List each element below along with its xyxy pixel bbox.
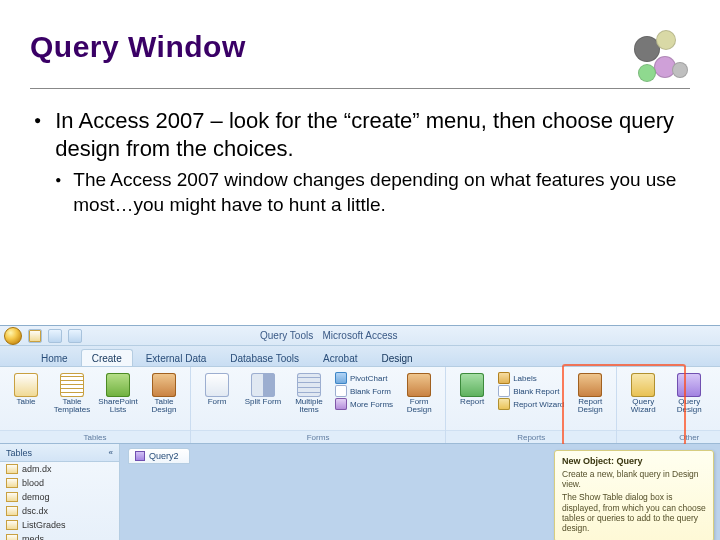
table-icon [6,534,18,540]
tooltip-line-2: The Show Table dialog box is displayed, … [562,492,706,533]
nav-item[interactable]: meds [0,532,119,540]
group-reports: Report Labels Blank Report Report Wizard… [446,367,617,443]
tab-design[interactable]: Design [371,349,424,366]
nav-item[interactable]: ListGrades [0,518,119,532]
quick-access-toolbar: Query Tools Microsoft Access [0,326,720,346]
nav-item[interactable]: adm.dx [0,462,119,476]
nav-item[interactable]: dsc.dx [0,504,119,518]
tooltip-title: New Object: Query [562,456,706,466]
decorative-dots [600,30,690,86]
nav-pane-header[interactable]: Tables « [0,444,119,462]
sub-bullet-1-text: The Access 2007 window changes depending… [73,168,690,217]
tooltip-line-1: Create a new, blank query in Design view… [562,469,706,489]
access-screenshot: Query Tools Microsoft Access Home Create… [0,325,720,540]
document-tab[interactable]: Query2 [128,448,190,464]
table-icon [6,520,18,530]
query-wizard-button[interactable]: Query Wizard [623,371,663,415]
blank-form-button[interactable]: Blank Form [335,385,393,397]
title-row: Query Window [30,30,690,89]
labels-button[interactable]: Labels [498,372,564,384]
ribbon-tabs: Home Create External Data Database Tools… [0,346,720,366]
qat-redo-icon[interactable] [68,329,82,343]
report-design-button[interactable]: Report Design [570,371,610,415]
body-list: In Access 2007 – look for the “create” m… [30,107,690,217]
tooltip: New Object: Query Create a new, blank qu… [554,450,714,540]
multiple-items-button[interactable]: Multiple Items [289,371,329,415]
tab-home[interactable]: Home [30,349,79,366]
office-button-icon[interactable] [4,327,22,345]
split-form-button[interactable]: Split Form [243,371,283,406]
tab-create[interactable]: Create [81,349,133,366]
slide-title: Query Window [30,30,590,64]
sharepoint-lists-button[interactable]: SharePoint Lists [98,371,138,415]
bullet-1-text: In Access 2007 – look for the “create” m… [55,108,674,161]
report-button[interactable]: Report [452,371,492,406]
pivotchart-button[interactable]: PivotChart [335,372,393,384]
qat-undo-icon[interactable] [48,329,62,343]
chevron-down-icon: « [109,448,113,457]
table-templates-button[interactable]: Table Templates [52,371,92,415]
contextual-tab-label: Query Tools [260,330,313,341]
report-wizard-button[interactable]: Report Wizard [498,398,564,410]
navigation-pane: Tables « adm.dx blood demog dsc.dx ListG… [0,444,120,540]
table-icon [6,464,18,474]
table-icon [6,478,18,488]
ribbon: Table Table Templates SharePoint Lists T… [0,366,720,444]
tab-acrobat[interactable]: Acrobat [312,349,368,366]
query-design-button[interactable]: Query Design [669,371,709,415]
table-design-button[interactable]: Table Design [144,371,184,415]
nav-item[interactable]: demog [0,490,119,504]
nav-item[interactable]: blood [0,476,119,490]
group-tables: Table Table Templates SharePoint Lists T… [0,367,191,443]
table-icon [6,506,18,516]
blank-report-button[interactable]: Blank Report [498,385,564,397]
qat-save-icon[interactable] [28,329,42,343]
form-button[interactable]: Form [197,371,237,406]
group-other: Query Wizard Query Design Macro Other [617,367,720,443]
table-icon [6,492,18,502]
tab-database-tools[interactable]: Database Tools [219,349,310,366]
table-button[interactable]: Table [6,371,46,406]
nav-list: adm.dx blood demog dsc.dx ListGrades med… [0,462,119,540]
slide: Query Window In Access 2007 – look for t… [0,0,720,540]
macro-button[interactable]: Macro [715,371,720,406]
tab-external-data[interactable]: External Data [135,349,218,366]
query-icon [135,451,145,461]
group-forms: Form Split Form Multiple Items PivotChar… [191,367,446,443]
app-title: Microsoft Access [322,330,397,341]
more-forms-button[interactable]: More Forms [335,398,393,410]
form-design-button[interactable]: Form Design [399,371,439,415]
sub-list: The Access 2007 window changes depending… [55,168,690,217]
